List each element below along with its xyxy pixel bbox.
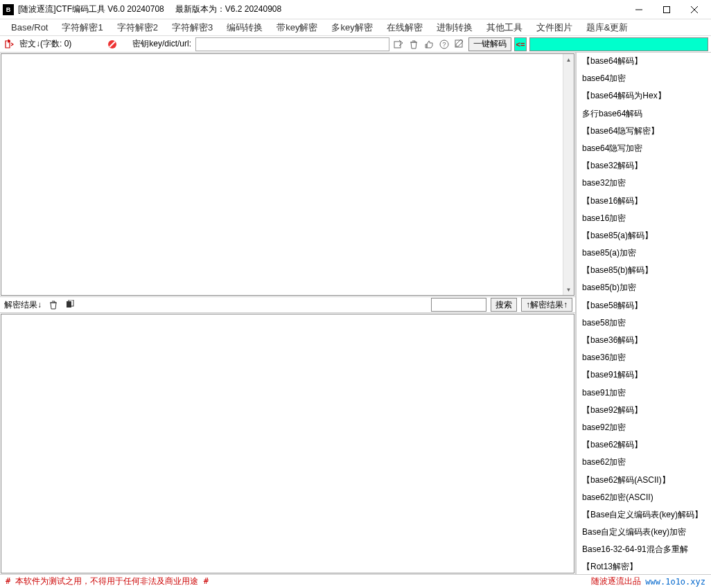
send-icon[interactable] [392,38,405,51]
toolbar: 密文↓(字数: 0) 密钥key/dict/url: ? 一键解码 <= [0,36,711,53]
menubar: Base/Rot字符解密1字符解密2字符解密3编码转换带key解密多key解密在… [0,19,711,36]
edit-icon[interactable] [453,38,466,51]
menu-item-9[interactable]: 其他工具 [480,19,529,36]
key-label: 密钥key/dict/url: [131,38,193,50]
svg-text:?: ? [443,41,446,48]
menu-item-7[interactable]: 在线解密 [380,19,430,36]
algo-item[interactable]: 【base62解码(ASCII)】 [577,472,711,489]
minimize-button[interactable] [625,1,653,19]
algo-item[interactable]: 【base85(a)解码】 [577,227,711,244]
svg-rect-6 [394,42,401,48]
search-button[interactable]: 搜索 [491,298,517,312]
algo-item[interactable]: 【base85(b)解码】 [577,262,711,279]
menu-item-5[interactable]: 带key解密 [270,19,324,36]
scrollbar[interactable]: ▲▼ [563,54,574,295]
menu-item-4[interactable]: 编码转换 [220,19,270,36]
latest-version: 最新版本为：V6.2 20240908 [175,3,281,15]
result-up-button[interactable]: ↑解密结果↑ [521,298,572,312]
algo-item[interactable]: base91加密 [577,384,711,402]
thumbs-up-icon[interactable] [423,38,435,51]
key-input[interactable] [195,37,389,51]
menu-item-1[interactable]: 字符解密1 [55,19,109,36]
menu-item-6[interactable]: 多key解密 [324,19,379,36]
decode-button[interactable]: 一键解码 [468,37,511,51]
block-icon[interactable] [106,38,119,51]
algo-item[interactable]: base62加密 [577,454,711,471]
algo-item[interactable]: 【base64隐写解密】 [577,123,711,140]
algo-item[interactable]: 【base64解码】 [577,53,711,70]
disclaimer-text: # 本软件为测试之用，不得用于任何非法及商业用途 # [6,576,209,587]
mid-toolbar: 解密结果↓ 搜索 ↑解密结果↑ [0,296,575,313]
algo-item[interactable]: 【Base自定义编码表(key)解码】 [577,506,711,524]
algo-item[interactable]: 多行base64解码 [577,105,711,123]
algo-item[interactable]: base62加密(ASCII) [577,489,711,506]
menu-item-0[interactable]: Base/Rot [4,20,55,35]
algo-item[interactable]: Base自定义编码表(key)加密 [577,524,711,541]
left-panel: ▲▼ 解密结果↓ 搜索 ↑解密结果↑ [0,53,576,574]
algo-item[interactable]: base58加密 [577,314,711,332]
copy-icon[interactable] [64,299,76,311]
arrow-indicator: <= [514,37,527,51]
svg-rect-1 [664,6,670,12]
algo-item[interactable]: 【base16解码】 [577,193,711,210]
result-textarea[interactable] [1,314,574,573]
cipher-label: 密文↓(字数: 0) [18,38,73,50]
menu-item-2[interactable]: 字符解密2 [110,19,165,36]
algo-item[interactable]: base85(a)加密 [577,244,711,262]
algo-item[interactable]: 【base32解码】 [577,157,711,175]
algo-item[interactable]: base92加密 [577,419,711,436]
algorithm-list[interactable]: 【base64解码】base64加密【base64解码为Hex】多行base64… [576,53,711,574]
maximize-button[interactable] [653,1,681,19]
cyan-strip [529,37,708,51]
algo-item[interactable]: 【base62解码】 [577,436,711,454]
algo-item[interactable]: 【base58解码】 [577,297,711,314]
menu-item-8[interactable]: 进制转换 [430,19,480,36]
credit-text: 随波逐流出品 [591,576,641,587]
menu-item-10[interactable]: 文件图片 [529,19,579,36]
algo-item[interactable]: base16加密 [577,210,711,227]
result-editor-wrap [1,314,574,573]
cipher-textarea[interactable] [1,54,574,295]
algo-item[interactable]: base64隐写加密 [577,140,711,157]
close-button[interactable] [681,1,708,19]
algo-item[interactable]: base36加密 [577,349,711,366]
import-icon[interactable] [3,38,15,51]
window-title: [随波逐流]CTF编码工具 V6.0 20240708 [18,3,164,15]
result-label: 解密结果↓ [3,299,43,311]
algo-item[interactable]: 【base92解码】 [577,402,711,419]
cipher-editor-wrap: ▲▼ [1,53,574,296]
help-icon[interactable]: ? [438,38,450,51]
footer-url[interactable]: www.1o1o.xyz [645,577,705,587]
trash-icon[interactable] [407,38,420,51]
algo-item[interactable]: base64加密 [577,70,711,87]
menu-item-3[interactable]: 字符解密3 [165,19,220,36]
menu-item-11[interactable]: 题库&更新 [579,19,635,36]
algo-item[interactable]: Base16-32-64-91混合多重解 [577,541,711,558]
trash2-icon[interactable] [47,299,60,311]
algo-item[interactable]: base85(b)加密 [577,279,711,296]
algo-item[interactable]: 【Rot13解密】 [577,558,711,574]
algo-item[interactable]: 【base36解码】 [577,332,711,349]
footer: # 本软件为测试之用，不得用于任何非法及商业用途 # 随波逐流出品 www.1o… [0,574,711,588]
app-icon: B [3,4,14,15]
titlebar: B [随波逐流]CTF编码工具 V6.0 20240708 最新版本为：V6.2… [0,0,711,19]
algo-item[interactable]: 【base91解码】 [577,366,711,384]
algo-item[interactable]: 【base64解码为Hex】 [577,87,711,105]
algo-item[interactable]: base32加密 [577,175,711,192]
search-input[interactable] [431,298,486,312]
